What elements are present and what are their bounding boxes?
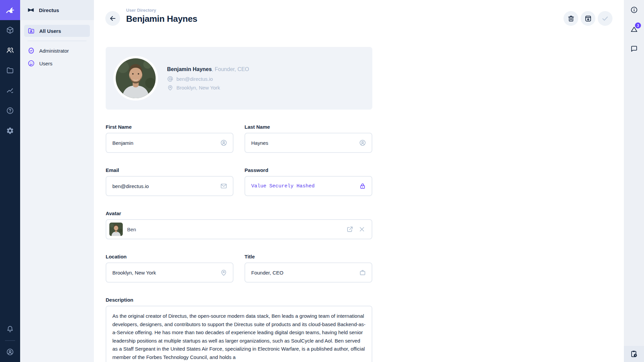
avatar-thumbnail xyxy=(109,223,123,236)
project-header[interactable]: Directus xyxy=(20,0,94,20)
field-row-location-title: Location Title xyxy=(106,254,372,283)
revisions-toggle-button[interactable] xyxy=(624,346,644,362)
module-bar xyxy=(0,0,20,362)
last-name-input-wrap xyxy=(245,133,372,153)
field-label: Description xyxy=(106,297,372,303)
first-name-input-wrap xyxy=(106,133,233,153)
folder-icon xyxy=(6,66,14,74)
people-icon xyxy=(6,46,14,54)
avatar-file-name: Ben xyxy=(127,227,342,232)
notifications-sidebar-button[interactable]: 3 xyxy=(624,19,644,39)
field-label: Title xyxy=(245,254,372,260)
user-card-avatar xyxy=(113,56,158,101)
field-label: Avatar xyxy=(106,210,372,217)
field-label: First Name xyxy=(106,124,233,130)
email-input[interactable] xyxy=(106,177,233,195)
module-bar-divider xyxy=(5,340,15,341)
main-content: User Directory Benjamin Haynes xyxy=(94,0,624,362)
field-row-name: First Name Last Name xyxy=(106,124,372,153)
field-label: Location xyxy=(106,254,233,260)
field-avatar: Avatar xyxy=(106,210,372,239)
nav-divider xyxy=(28,41,87,41)
email-input-wrap xyxy=(106,176,233,196)
directus-logo-button[interactable] xyxy=(0,0,20,20)
at-sign-icon xyxy=(167,76,173,82)
field-row-description: Description As the original creator of D… xyxy=(106,297,372,362)
breadcrumb: User Directory xyxy=(126,8,197,13)
user-card-info: Benjamin Haynes, Founder, CEO ben@direct… xyxy=(167,66,249,93)
account-circle-icon xyxy=(359,139,366,146)
form-content: Benjamin Haynes, Founder, CEO ben@direct… xyxy=(106,47,372,362)
module-file-library-button[interactable] xyxy=(0,60,20,80)
map-pin-icon xyxy=(167,84,173,91)
save-button[interactable] xyxy=(598,11,612,26)
right-sidebar: 3 xyxy=(624,0,644,362)
description-textarea-wrap: As the original creator of Directus, the… xyxy=(106,306,372,362)
check-icon xyxy=(601,14,609,22)
field-email: Email xyxy=(106,167,233,196)
sidebar-item-administrator[interactable]: Administrator xyxy=(24,45,90,57)
nav-list: All Users Administrator xyxy=(20,20,94,69)
briefcase-icon xyxy=(359,269,366,276)
field-last-name: Last Name xyxy=(245,124,372,153)
user-card: Benjamin Haynes, Founder, CEO ben@direct… xyxy=(106,47,372,110)
title-input-wrap xyxy=(245,262,372,283)
field-label: Last Name xyxy=(245,124,372,130)
password-input[interactable] xyxy=(245,177,372,195)
field-title: Title xyxy=(245,254,372,283)
bell-icon xyxy=(6,325,14,333)
sidebar-item-users[interactable]: Users xyxy=(24,57,90,69)
info-sidebar-button[interactable] xyxy=(624,0,644,19)
verified-badge-icon xyxy=(28,47,35,54)
user-circle-icon xyxy=(6,348,14,356)
avatar-photo xyxy=(116,58,156,98)
field-label: Password xyxy=(245,167,372,173)
user-card-location-line: Brooklyn, New York xyxy=(167,84,249,91)
sidebar-item-all-users[interactable]: All Users xyxy=(24,25,90,37)
user-card-name: Benjamin Haynes xyxy=(167,66,212,72)
module-insights-button[interactable] xyxy=(0,80,20,101)
project-logo-icon xyxy=(27,6,35,14)
user-card-location: Brooklyn, New York xyxy=(176,85,220,90)
location-input[interactable] xyxy=(106,263,233,282)
nav-sidebar: Directus All Users Administrator xyxy=(20,0,94,362)
last-name-input[interactable] xyxy=(245,133,372,152)
field-location: Location xyxy=(106,254,233,283)
help-icon xyxy=(6,107,14,115)
title-block: User Directory Benjamin Haynes xyxy=(126,8,197,24)
user-card-name-line: Benjamin Haynes, Founder, CEO xyxy=(167,66,249,72)
avatar-actions xyxy=(346,226,366,233)
sidebar-item-label: Administrator xyxy=(39,48,69,54)
delete-button[interactable] xyxy=(564,11,578,26)
module-content-button[interactable] xyxy=(0,20,20,40)
remove-file-button[interactable] xyxy=(358,226,366,233)
face-icon xyxy=(28,60,35,67)
field-row-credentials: Email Password xyxy=(106,167,372,196)
notifications-bell-button[interactable] xyxy=(0,319,20,339)
close-icon xyxy=(358,226,366,233)
envelope-icon xyxy=(220,182,227,190)
cube-icon xyxy=(6,26,14,34)
sidebar-item-label: All Users xyxy=(39,28,61,34)
comments-sidebar-button[interactable] xyxy=(624,39,644,58)
title-input[interactable] xyxy=(245,263,372,282)
field-password: Password xyxy=(245,167,372,196)
page-title: Benjamin Haynes xyxy=(126,14,197,24)
field-label: Email xyxy=(106,167,233,173)
open-file-button[interactable] xyxy=(346,226,354,233)
sidebar-item-label: Users xyxy=(39,61,52,66)
module-documentation-button[interactable] xyxy=(0,101,20,121)
notifications-badge: 3 xyxy=(635,22,641,28)
project-name: Directus xyxy=(39,7,59,13)
directus-rabbit-icon xyxy=(4,4,16,16)
description-textarea[interactable]: As the original creator of Directus, the… xyxy=(106,306,372,362)
trash-icon xyxy=(567,15,575,22)
archive-button[interactable] xyxy=(581,11,595,26)
module-settings-button[interactable] xyxy=(0,121,20,141)
back-button[interactable] xyxy=(105,11,120,26)
module-user-directory-button[interactable] xyxy=(0,40,20,60)
profile-button[interactable] xyxy=(0,342,20,362)
password-input-wrap xyxy=(245,176,372,196)
first-name-input[interactable] xyxy=(106,133,233,152)
avatar-file-input[interactable]: Ben xyxy=(106,219,372,239)
